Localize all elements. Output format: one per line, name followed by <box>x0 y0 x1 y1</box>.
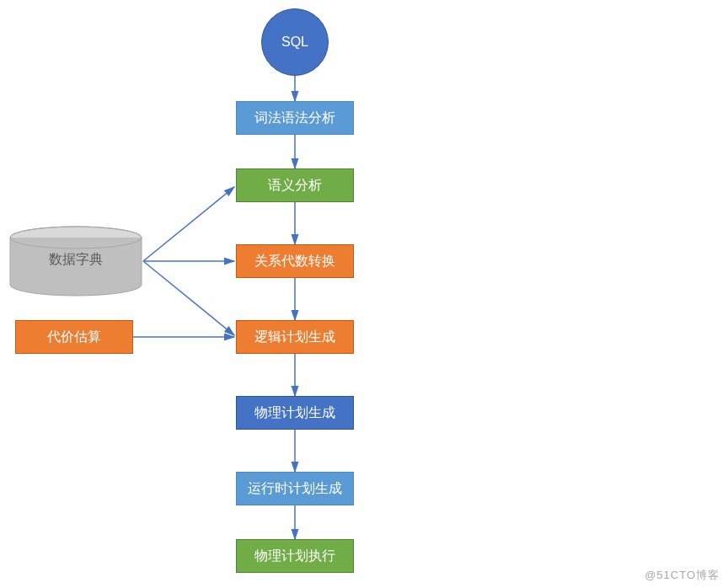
node-relalg: 关系代数转换 <box>236 244 354 278</box>
node-lexical-label: 词法语法分析 <box>254 110 335 127</box>
node-relalg-label: 关系代数转换 <box>254 253 335 270</box>
node-cost-label: 代价估算 <box>47 329 101 346</box>
node-runtime-label: 运行时计划生成 <box>248 480 342 498</box>
node-lexical: 词法语法分析 <box>236 101 354 135</box>
watermark: @51CTO博客 <box>645 568 720 583</box>
node-semantic: 语义分析 <box>236 168 354 202</box>
node-logical: 逻辑计划生成 <box>236 320 354 354</box>
svg-line-7 <box>143 187 234 261</box>
node-physical: 物理计划生成 <box>236 396 354 430</box>
node-cost: 代价估算 <box>15 320 133 354</box>
node-execute: 物理计划执行 <box>236 539 354 573</box>
node-datadict-label: 数据字典 <box>8 251 143 269</box>
node-logical-label: 逻辑计划生成 <box>254 329 335 346</box>
node-runtime: 运行时计划生成 <box>236 472 354 505</box>
node-sql-label: SQL <box>281 35 308 50</box>
node-execute-label: 物理计划执行 <box>254 548 335 565</box>
node-datadict: 数据字典 <box>8 226 143 297</box>
node-semantic-label: 语义分析 <box>268 177 322 195</box>
node-physical-label: 物理计划生成 <box>254 404 335 422</box>
svg-line-9 <box>143 261 234 335</box>
node-sql: SQL <box>261 8 329 76</box>
